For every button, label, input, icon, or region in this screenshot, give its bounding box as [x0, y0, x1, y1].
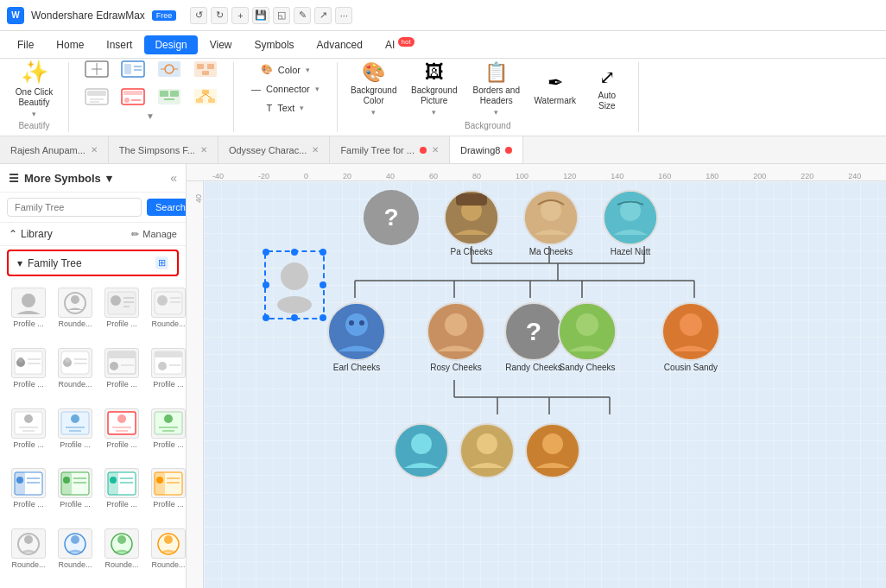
style-icon-4[interactable]	[188, 56, 223, 82]
ribbon-section-styles: ▼	[69, 62, 234, 132]
doc-tab-0-close[interactable]: ✕	[91, 145, 98, 155]
list-item[interactable]: Profile ...	[54, 406, 97, 463]
node-child-1[interactable]	[394, 423, 449, 478]
export-btn[interactable]: ✎	[294, 7, 311, 24]
symbol-thumb-15	[151, 468, 186, 498]
menu-home[interactable]: Home	[46, 35, 94, 54]
svg-rect-14	[202, 71, 209, 75]
style-icon-7[interactable]	[152, 84, 187, 110]
menu-design[interactable]: Design	[144, 35, 197, 54]
doc-tab-4[interactable]: Drawing8	[450, 136, 523, 164]
list-item[interactable]: Rounde...	[54, 526, 97, 583]
menu-file[interactable]: File	[7, 35, 44, 54]
background-color-btn[interactable]: 🎨 BackgroundColor ▾	[348, 60, 400, 118]
new-btn[interactable]: +	[231, 7, 249, 24]
library-expand-icon: ⌃	[9, 228, 17, 240]
list-item[interactable]: Profile ...	[147, 406, 186, 463]
svg-point-52	[65, 357, 70, 363]
node-pa-cheeks[interactable]: Pa Cheeks	[444, 190, 499, 256]
doc-tab-0[interactable]: Rajesh Anupam... ✕	[0, 136, 109, 164]
text-btn[interactable]: T Text ▾	[259, 100, 311, 116]
node-cousin-sandy[interactable]: Cousin Sandy	[661, 302, 720, 372]
list-item[interactable]: Profile ...	[7, 465, 50, 522]
library-manage-btn[interactable]: ✏ Manage	[131, 229, 177, 240]
more-btn[interactable]: ···	[335, 7, 352, 24]
watermark-btn[interactable]: ✒ Watermark	[531, 60, 579, 118]
doc-tab-1[interactable]: The Simpsons F... ✕	[109, 136, 218, 164]
list-item[interactable]: Rounde...	[54, 285, 97, 342]
style-icon-2[interactable]	[116, 56, 150, 82]
symbol-label-14: Profile ...	[103, 500, 141, 509]
node-child-3[interactable]	[525, 423, 580, 478]
save-btn[interactable]: 💾	[252, 7, 269, 24]
symbol-label-15: Profile ...	[149, 500, 186, 509]
symbol-label-4: Profile ...	[9, 380, 47, 389]
print-btn[interactable]: ◱	[273, 7, 290, 24]
style-icon-3[interactable]	[152, 56, 187, 82]
family-tree-item[interactable]: ▾ Family Tree ⊞	[7, 250, 179, 276]
search-btn[interactable]: Search	[147, 199, 187, 216]
ruler-horizontal: -40 -20 0 20 40 60 80 100 120 140 160 18…	[187, 164, 886, 181]
list-item[interactable]: Rounde...	[7, 526, 50, 583]
svg-point-137	[445, 313, 467, 336]
node-sandy-cheeks[interactable]: Sandy Cheeks	[558, 302, 617, 372]
list-item[interactable]: Rounde...	[147, 526, 186, 583]
list-item[interactable]: Profile ...	[147, 345, 186, 402]
beautify-section-label: Beautify	[18, 121, 49, 130]
style-icon-8[interactable]	[188, 84, 223, 110]
canvas[interactable]: ? Pa Cheeks Ma Cheeks	[204, 181, 886, 588]
menu-symbols[interactable]: Symbols	[244, 35, 305, 54]
symbol-thumb-14	[104, 468, 139, 498]
list-item[interactable]: Profile ...	[100, 285, 143, 342]
doc-tab-2[interactable]: Odyssey Charac... ✕	[218, 136, 330, 164]
svg-rect-127	[456, 193, 487, 205]
list-item[interactable]: Profile ...	[7, 285, 50, 342]
list-item[interactable]: Profile ...	[7, 345, 50, 402]
auto-size-btn[interactable]: ⤢ AutoSize	[586, 60, 628, 118]
menu-view[interactable]: View	[199, 35, 243, 54]
library-label: ⌃ Library	[9, 228, 53, 240]
color-btn[interactable]: 🎨 Color ▾	[254, 61, 317, 78]
list-item[interactable]: Rounde...	[54, 345, 97, 402]
list-item[interactable]: Profile ...	[100, 465, 143, 522]
style-icon-6[interactable]	[116, 84, 150, 110]
list-item[interactable]: Profile ...	[54, 465, 97, 522]
list-item[interactable]: Profile ...	[100, 345, 143, 402]
node-ma-cheeks[interactable]: Ma Cheeks	[523, 190, 579, 256]
sidebar-collapse-btn[interactable]: «	[170, 171, 177, 185]
undo-btn[interactable]: ↺	[190, 7, 207, 24]
borders-btn[interactable]: 📋 Borders andHeaders ▾	[469, 60, 524, 118]
list-item[interactable]: Rounde...	[100, 526, 143, 583]
doc-tab-1-close[interactable]: ✕	[200, 145, 207, 155]
menu-advanced[interactable]: Advanced	[307, 35, 373, 54]
auto-size-label: AutoSize	[598, 91, 616, 111]
list-item[interactable]: Profile ...	[100, 406, 143, 463]
list-item[interactable]: Rounde...	[147, 285, 186, 342]
node-rosy-cheeks[interactable]: Rosy Cheeks	[427, 302, 485, 372]
node-randy-cheeks[interactable]: ? Randy Cheeks	[504, 302, 563, 372]
svg-point-141	[680, 313, 702, 336]
menu-ai[interactable]: AI hot	[375, 35, 425, 54]
doc-tab-3-close[interactable]: ✕	[432, 145, 439, 155]
menu-insert[interactable]: Insert	[96, 35, 142, 54]
doc-tab-2-close[interactable]: ✕	[312, 145, 319, 155]
node-child-2[interactable]	[459, 423, 515, 478]
node-hazel-nutt[interactable]: Hazel Nutt	[603, 190, 658, 256]
connector-btn[interactable]: — Connector ▾	[244, 81, 326, 97]
family-tree-text: Family Tree	[28, 257, 82, 269]
list-item[interactable]: Profile ...	[147, 465, 186, 522]
one-click-beautify-btn[interactable]: ✨ One ClickBeautify ▾	[12, 60, 57, 118]
redo-btn[interactable]: ↻	[211, 7, 228, 24]
list-item[interactable]: Profile ...	[7, 406, 50, 463]
node-unknown[interactable]: ?	[364, 190, 419, 245]
sidebar-header: ☰ More Symbols ▾ «	[0, 164, 186, 193]
svg-point-143	[411, 433, 432, 454]
doc-tab-3[interactable]: Family Tree for ... ✕	[330, 136, 450, 164]
style-icon-1[interactable]	[79, 56, 114, 82]
search-input[interactable]	[7, 198, 142, 217]
main-area: ☰ More Symbols ▾ « Search ⌃ Library ✏ Ma…	[0, 164, 886, 588]
style-icon-5[interactable]	[79, 84, 114, 110]
node-earl-cheeks[interactable]: Earl Cheeks	[327, 302, 386, 372]
background-picture-btn[interactable]: 🖼 BackgroundPicture ▾	[407, 60, 462, 118]
share-btn[interactable]: ↗	[314, 7, 332, 24]
